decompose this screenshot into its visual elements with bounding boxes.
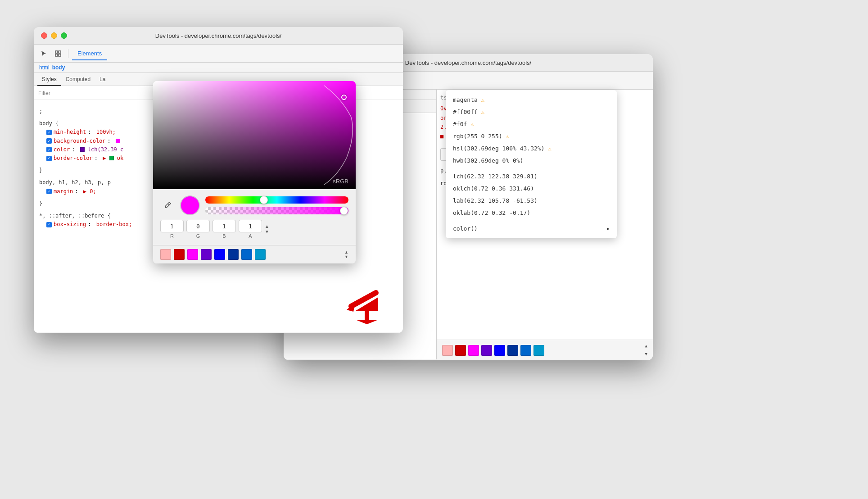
tab-elements-front[interactable]: Elements bbox=[72, 47, 107, 60]
dropdown-item-hwb[interactable]: hwb(302.69deg 0% 0%) bbox=[446, 154, 617, 167]
svg-rect-6 bbox=[55, 54, 58, 56]
color-preview bbox=[180, 195, 200, 215]
swatch-7[interactable] bbox=[255, 249, 266, 260]
swatches-up-icon[interactable]: ▲ bbox=[344, 250, 348, 254]
dropdown-text-f0f: #f0f bbox=[453, 121, 467, 127]
swatches-arrows-back[interactable]: ▲ ▼ bbox=[645, 343, 647, 358]
alpha-thumb[interactable] bbox=[340, 207, 348, 215]
dropdown-item-lab[interactable]: lab(62.32 105.78 -61.53) bbox=[446, 195, 617, 207]
red-arrow bbox=[342, 288, 387, 326]
swatch-3[interactable] bbox=[201, 249, 212, 260]
dropdown-item-rgb[interactable]: rgb(255 0 255) ⚠ bbox=[446, 130, 617, 142]
dropdown-text-hsl: hsl(302.69deg 100% 43.32%) bbox=[453, 145, 545, 152]
swatch-pink-back[interactable] bbox=[442, 345, 453, 356]
input-group-b: B bbox=[212, 220, 236, 239]
dropdown-text-hwb: hwb(302.69deg 0% 0%) bbox=[453, 157, 524, 164]
checkbox-boxsizing[interactable]: ✓ bbox=[46, 222, 52, 227]
breadcrumb-html-front[interactable]: html bbox=[39, 64, 50, 71]
dropdown-item-hsl[interactable]: hsl(302.69deg 100% 43.32%) ⚠ bbox=[446, 142, 617, 154]
warning-icon-ff00ff: ⚠ bbox=[481, 109, 484, 115]
swatch-magenta-back[interactable] bbox=[468, 345, 479, 356]
swatch-2[interactable] bbox=[187, 249, 198, 260]
dropdown-text-rgb: rgb(255 0 255) bbox=[453, 133, 502, 140]
swatch-blue-back[interactable] bbox=[494, 345, 505, 356]
dropdown-text-oklab: oklab(0.72 0.32 -0.17) bbox=[453, 209, 530, 216]
dropdown-item-f0f[interactable]: #f0f ⚠ bbox=[446, 118, 617, 130]
swatches-down-icon[interactable]: ▼ bbox=[344, 254, 348, 259]
dropdown-text-lch: lch(62.32 122.38 329.81) bbox=[453, 173, 538, 180]
alpha-slider[interactable] bbox=[205, 207, 348, 214]
swatch-4[interactable] bbox=[214, 249, 225, 260]
warning-icon-magenta: ⚠ bbox=[481, 97, 484, 103]
hue-thumb[interactable] bbox=[260, 196, 268, 204]
label-g: G bbox=[196, 233, 200, 239]
breadcrumb-front: html body bbox=[34, 63, 403, 73]
checkbox-minheight[interactable]: ✓ bbox=[46, 130, 52, 135]
warning-icon-f0f: ⚠ bbox=[470, 121, 474, 127]
sliders-area bbox=[205, 196, 348, 214]
checkbox-color[interactable]: ✓ bbox=[46, 147, 52, 152]
swatch-purple-back[interactable] bbox=[481, 345, 492, 356]
inspect-icon-front[interactable] bbox=[52, 47, 64, 60]
input-r[interactable] bbox=[160, 220, 184, 232]
swatch-red-back[interactable] bbox=[455, 345, 466, 356]
swatch-1[interactable] bbox=[174, 249, 185, 260]
eyedropper-button[interactable] bbox=[160, 198, 175, 213]
dropdown-divider-2 bbox=[446, 219, 617, 222]
input-arrows[interactable]: ▲ ▼ bbox=[265, 224, 269, 234]
minimize-button-front[interactable] bbox=[51, 32, 57, 39]
dropdown-text-color: color() bbox=[453, 225, 478, 232]
svg-rect-7 bbox=[59, 54, 61, 56]
panel-tab-styles-front[interactable]: Styles bbox=[37, 73, 61, 86]
maximize-button-front[interactable] bbox=[61, 32, 67, 39]
checkbox-margin[interactable]: ✓ bbox=[46, 189, 52, 194]
color-swatch[interactable] bbox=[80, 147, 85, 152]
arrow-up-icon[interactable]: ▲ bbox=[265, 224, 269, 229]
dropdown-item-oklab[interactable]: oklab(0.72 0.32 -0.17) bbox=[446, 207, 617, 219]
color-pointer[interactable] bbox=[341, 95, 347, 100]
devtools-toolbar-front: Elements bbox=[34, 45, 403, 63]
swatch-6[interactable] bbox=[241, 249, 252, 260]
window-title-back: DevTools - developer.chrome.com/tags/dev… bbox=[405, 59, 531, 66]
controls-row bbox=[160, 195, 348, 215]
input-a[interactable] bbox=[239, 220, 262, 232]
checkbox-bgcolor[interactable]: ✓ bbox=[46, 138, 52, 144]
color-canvas[interactable]: sRGB bbox=[153, 81, 356, 189]
dropdown-item-magenta[interactable]: magenta ⚠ bbox=[446, 94, 617, 106]
label-a: A bbox=[249, 233, 252, 239]
cursor-icon-front[interactable] bbox=[37, 47, 50, 60]
swatch-0[interactable] bbox=[160, 249, 171, 260]
swatches-scroll-arrows[interactable]: ▲ ▼ bbox=[344, 250, 348, 259]
window-title-front: DevTools - developer.chrome.com/tags/dev… bbox=[155, 32, 281, 39]
dropdown-item-oklch[interactable]: oklch(0.72 0.36 331.46) bbox=[446, 182, 617, 195]
dropdown-text-magenta: magenta bbox=[453, 96, 478, 103]
swatch-cyan-back[interactable] bbox=[533, 345, 544, 356]
color-controls: R G B A ▲ ▼ bbox=[153, 189, 356, 245]
close-button-front[interactable] bbox=[41, 32, 47, 39]
checkbox-bordercolor[interactable]: ✓ bbox=[46, 156, 52, 161]
swatch-5[interactable] bbox=[228, 249, 239, 260]
color-picker-popup: sRGB R bbox=[153, 81, 356, 263]
arrow-down-icon[interactable]: ▼ bbox=[265, 230, 269, 234]
warning-icon-hsl: ⚠ bbox=[548, 145, 552, 152]
svg-rect-4 bbox=[55, 51, 58, 53]
dropdown-item-ff00ff[interactable]: #ff00ff ⚠ bbox=[446, 106, 617, 118]
panel-tab-computed-front[interactable]: Computed bbox=[61, 73, 95, 86]
input-group-g: G bbox=[186, 220, 210, 239]
panel-tab-la-front[interactable]: La bbox=[95, 73, 110, 86]
dropdown-item-color[interactable]: color() ▶ bbox=[446, 222, 617, 235]
bordercolor-swatch[interactable] bbox=[109, 156, 114, 160]
color-swatches: ▲ ▼ bbox=[153, 245, 356, 263]
swatch-navy-back[interactable] bbox=[507, 345, 518, 356]
swatch-medblue-back[interactable] bbox=[520, 345, 531, 356]
hue-slider[interactable] bbox=[205, 196, 348, 204]
label-b: B bbox=[222, 233, 226, 239]
breadcrumb-body-front[interactable]: body bbox=[52, 64, 65, 71]
dropdown-item-lch[interactable]: lch(62.32 122.38 329.81) bbox=[446, 170, 617, 182]
input-group-r: R bbox=[160, 220, 184, 239]
input-b[interactable] bbox=[212, 220, 236, 232]
bgcolor-swatch[interactable] bbox=[116, 139, 120, 143]
rgba-inputs: R G B A ▲ ▼ bbox=[160, 220, 348, 239]
input-g[interactable] bbox=[186, 220, 210, 232]
warning-icon-rgb: ⚠ bbox=[506, 133, 509, 140]
